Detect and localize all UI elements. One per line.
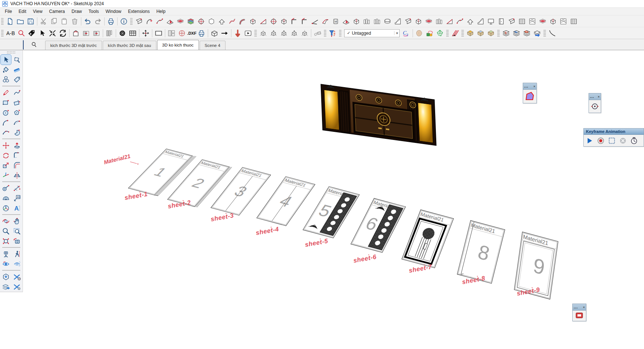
axes-tool[interactable]: G <box>1 203 11 213</box>
toolbar-grip[interactable] <box>446 30 449 37</box>
settings-gear-icon[interactable] <box>117 28 128 38</box>
save-icon[interactable] <box>26 16 36 27</box>
axes-box-icon-3[interactable] <box>279 28 289 38</box>
x-gear-tool[interactable] <box>12 272 22 282</box>
plugin-icon-13[interactable] <box>258 16 268 27</box>
menu-edit[interactable]: Edit <box>15 8 30 15</box>
scene-tab-kich-thước-3D-mặt-trước[interactable]: kich thước 3D mặt trước <box>45 41 102 50</box>
previous-view-tool[interactable] <box>12 236 22 246</box>
plugin-icon-39[interactable] <box>527 16 538 27</box>
sheet-label-7[interactable]: sheet-7 <box>408 263 433 274</box>
sheet-4[interactable]: Material21 4 <box>257 177 315 226</box>
cube-yellow-icon[interactable] <box>465 28 475 38</box>
chevron-down-icon[interactable]: ▾ <box>394 31 399 35</box>
follow-me-tool[interactable] <box>12 150 22 160</box>
layout-panels-icon[interactable] <box>166 28 177 38</box>
toolbar-grip[interactable] <box>1 18 4 25</box>
look-around-tool[interactable] <box>1 259 11 269</box>
toolbar-grip[interactable] <box>543 30 546 37</box>
orbit-tool[interactable] <box>1 216 11 226</box>
plugin-icon-20[interactable]: M <box>331 16 341 27</box>
dxf-export-label[interactable]: .DXF <box>187 31 196 35</box>
toolbar-grip[interactable] <box>324 30 326 37</box>
sheet-8[interactable]: Material21 8 <box>457 220 505 283</box>
bag-hook-icon[interactable] <box>424 28 435 38</box>
skin-blob-icon[interactable] <box>414 28 424 38</box>
sheet-label-2[interactable]: sheet-2 <box>167 199 191 210</box>
menu-tools[interactable]: Tools <box>85 8 102 15</box>
camera-box-icon[interactable] <box>312 28 323 38</box>
orbit-pivot-icon[interactable] <box>590 101 600 112</box>
plugin-icon-37[interactable] <box>506 16 517 27</box>
close-icon[interactable]: × <box>583 305 585 309</box>
plugin-icon-42[interactable] <box>558 16 569 27</box>
model-info-icon[interactable] <box>119 16 129 27</box>
plugin-icon-17[interactable] <box>299 16 310 27</box>
plugin-icon-11[interactable] <box>237 16 248 27</box>
plugin-icon-3[interactable] <box>155 16 165 27</box>
toolbar-grip[interactable] <box>497 30 500 37</box>
arc-tool[interactable] <box>1 117 11 127</box>
polygon-tool[interactable] <box>12 107 22 117</box>
walk-tool[interactable] <box>12 249 22 259</box>
freehand-tool[interactable] <box>12 88 22 97</box>
menu-view[interactable]: View <box>30 8 46 15</box>
zoom-tool[interactable] <box>1 226 11 236</box>
lasso-tool[interactable] <box>12 55 22 65</box>
box-3d-icon[interactable] <box>209 28 220 38</box>
3d-text-tool[interactable]: A <box>12 203 22 213</box>
plugin-icon-19[interactable] <box>320 16 331 27</box>
plugin-icon-43[interactable] <box>569 16 579 27</box>
circle-tool[interactable] <box>1 107 11 117</box>
plugin-icon-12[interactable] <box>248 16 258 27</box>
altar-wall-3d-model[interactable] <box>321 83 436 146</box>
scene-tab-3D-ko-kich-thuoc[interactable]: 3D ko kich thuoc <box>157 40 199 50</box>
stack-arrow-icon[interactable] <box>532 28 542 38</box>
panel-header[interactable]: ... × <box>589 93 601 100</box>
section-cut-icon[interactable] <box>81 28 91 38</box>
abf-funnel-icon[interactable]: ABF <box>328 28 338 38</box>
redo-icon[interactable] <box>93 16 103 27</box>
tags-dropdown[interactable]: ✓Untagged▾ <box>344 29 400 37</box>
plugin-icon-33[interactable] <box>465 16 475 27</box>
sheet-5[interactable]: Material21 5 <box>303 187 359 238</box>
panel-header[interactable]: ... × <box>573 304 586 311</box>
plugin-icon-30[interactable] <box>434 16 444 27</box>
push-pull-tool[interactable] <box>12 140 22 150</box>
sheet-label-4[interactable]: sheet-4 <box>255 226 279 237</box>
scene-search-icon[interactable] <box>31 41 37 48</box>
protractor-tool[interactable] <box>1 193 11 203</box>
cube-green-icon[interactable] <box>486 28 496 38</box>
plugin-icon-1[interactable] <box>134 16 144 27</box>
move-axes-icon[interactable] <box>140 28 151 38</box>
scene-tab-Scene-4[interactable]: Scene 4 <box>200 41 226 50</box>
move-colored-axes-tool[interactable] <box>1 170 11 180</box>
layers-export-tool[interactable] <box>1 282 11 292</box>
close-icon[interactable]: × <box>598 95 600 99</box>
plugin-icon-16[interactable] <box>289 16 299 27</box>
axes-box-icon-5[interactable] <box>299 28 310 38</box>
plugin-icon-5[interactable] <box>175 16 186 27</box>
offset-tool[interactable] <box>12 160 22 170</box>
plugin-icon-22[interactable] <box>351 16 362 27</box>
paste-icon[interactable] <box>59 16 70 27</box>
red-stripes-icon[interactable] <box>450 28 460 38</box>
record-button[interactable] <box>596 136 605 145</box>
panel-header[interactable]: ... × <box>523 83 536 90</box>
stack-s-red-icon[interactable]: S <box>501 28 511 38</box>
select-tool[interactable] <box>1 55 11 65</box>
red-slideshow-icon[interactable] <box>575 312 584 320</box>
open-file-icon[interactable] <box>15 16 26 27</box>
plugin-icon-2[interactable] <box>144 16 155 27</box>
plugin-icon-7[interactable] <box>196 16 206 27</box>
long-arrow-icon[interactable] <box>220 28 230 38</box>
menu-file[interactable]: File <box>1 8 15 15</box>
menu-camera[interactable]: Camera <box>46 8 68 15</box>
cutlist-table-icon[interactable] <box>128 28 138 38</box>
timing-button[interactable] <box>630 136 638 145</box>
line-tool[interactable] <box>1 88 11 97</box>
toolbar-grip[interactable] <box>7 51 16 54</box>
axes-box-icon-4[interactable] <box>289 28 299 38</box>
refresh-rotate-icon[interactable] <box>58 28 68 38</box>
sheet-label-6[interactable]: sheet-6 <box>353 253 377 264</box>
